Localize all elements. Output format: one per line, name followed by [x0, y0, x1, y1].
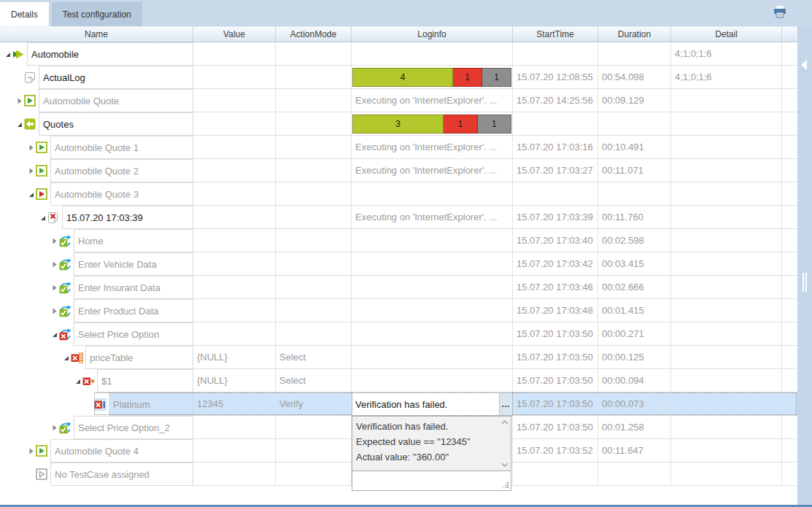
detail-cell	[671, 229, 782, 252]
resize-grip-icon[interactable]	[503, 482, 509, 489]
value-cell	[193, 206, 276, 229]
filler-cell	[782, 463, 797, 486]
name-box: Automobile Quote 2	[50, 159, 193, 182]
duration-cell: 00:54.098	[598, 66, 671, 89]
expander-collapsed-icon[interactable]	[27, 167, 35, 175]
table-row[interactable]: Automobile Quote 2Executing on 'Internet…	[0, 159, 797, 182]
expander-collapsed-icon[interactable]	[27, 144, 35, 152]
column-header-value[interactable]: Value	[193, 26, 276, 42]
tree-name-cell: Automobile Quote 2	[0, 159, 193, 182]
table-row[interactable]: Enter Insurant Data15.07.20 17:03:4600:0…	[0, 276, 797, 299]
loginfo-editor-text[interactable]: Verification has failed.	[352, 393, 499, 415]
print-button[interactable]	[771, 4, 789, 22]
row-name-label: No TestCase assigned	[55, 469, 150, 480]
scroll-down-icon[interactable]	[501, 462, 509, 468]
table-row[interactable]: Quotes311	[0, 112, 797, 136]
expander-expanded-icon[interactable]	[27, 190, 35, 198]
scroll-up-icon[interactable]	[501, 419, 509, 425]
duration-cell: 00:11.647	[598, 439, 671, 463]
starttime-cell: 15.07.20 17:03:50	[513, 322, 598, 346]
loginfo-cell: Executing on 'InternetExplorer'. ...	[352, 89, 513, 112]
expander-expanded-icon[interactable]	[62, 354, 70, 362]
actionmode-cell	[276, 299, 352, 322]
tab-details[interactable]: Details	[0, 2, 49, 26]
table-row[interactable]: Automobile Quote 1Executing on 'Internet…	[0, 136, 797, 159]
duration-cell: 00:03.415	[598, 252, 671, 276]
loginfo-popup-textarea[interactable]: Verification has failed. Expected value …	[352, 416, 511, 471]
expander-expanded-icon[interactable]	[74, 377, 82, 385]
filler-cell	[782, 42, 797, 66]
collapse-left-icon[interactable]	[801, 60, 807, 70]
expander-collapsed-icon[interactable]	[50, 424, 58, 432]
expander-collapsed-icon[interactable]	[15, 97, 23, 105]
value-cell: {NULL}	[193, 346, 276, 369]
loginfo-editor-cell[interactable]: Verification has failed. …	[352, 392, 513, 416]
column-header-loginfo[interactable]: Loginfo	[352, 26, 513, 42]
loginfo-ellipsis-button[interactable]: …	[499, 393, 512, 415]
tree-name-cell: Quotes	[0, 112, 193, 136]
expander-collapsed-icon[interactable]	[50, 237, 58, 245]
splitter-grip-icon[interactable]	[803, 273, 808, 295]
actionmode-cell	[276, 463, 352, 486]
row-name-label: $1	[101, 376, 112, 387]
value-cell	[193, 322, 276, 346]
table-row[interactable]: ActualLog41115.07.20 12:08:5500:54.0984;…	[0, 66, 797, 89]
column-header-duration[interactable]: Duration	[598, 26, 671, 42]
column-header-actionmode[interactable]: ActionMode	[276, 26, 352, 42]
tree-name-cell: Enter Product Data	[0, 299, 193, 322]
filler-cell	[782, 229, 797, 252]
value-cell	[193, 463, 276, 486]
filler-cell	[782, 252, 797, 276]
filler-cell	[782, 322, 797, 346]
table-row[interactable]: Automobile QuoteExecuting on 'InternetEx…	[0, 89, 797, 112]
expander-expanded-icon[interactable]	[50, 330, 58, 338]
tree-name-cell: Select Price Option	[0, 322, 193, 346]
actionmode-cell	[276, 206, 352, 229]
loginfo-cell	[352, 182, 513, 206]
table-row[interactable]: Enter Product Data15.07.20 17:03:4800:01…	[0, 299, 797, 322]
table-row[interactable]: $1{NULL}Select15.07.20 17:03:5000:00.094	[0, 369, 797, 392]
table-row[interactable]: Enter Vehicle Data15.07.20 17:03:4200:03…	[0, 252, 797, 276]
column-header-filler	[782, 26, 797, 42]
table-row[interactable]: Home15.07.20 17:03:4000:02.598	[0, 229, 797, 252]
table-row[interactable]: Automobile4;1;0;1;6	[0, 42, 797, 66]
column-header-name[interactable]: Name	[0, 26, 193, 42]
folder-return-icon	[24, 118, 36, 131]
expander-collapsed-icon[interactable]	[50, 307, 58, 315]
starttime-cell: 15.07.20 17:03:50	[513, 369, 598, 392]
filler-cell	[782, 392, 797, 416]
table-row[interactable]: 15.07.20 17:03:39Executing on 'InternetE…	[0, 206, 797, 229]
column-header-detail[interactable]: Detail	[671, 26, 782, 42]
row-name-label: Automobile Quote 1	[55, 142, 139, 153]
filler-cell	[782, 89, 797, 112]
side-panel-splitter[interactable]	[797, 26, 812, 505]
expander-expanded-icon[interactable]	[15, 120, 23, 128]
expander-expanded-icon[interactable]	[4, 50, 12, 58]
starttime-cell: 15.07.20 17:03:50	[513, 416, 598, 439]
name-box: Select Price Option	[74, 322, 193, 346]
loginfo-text: Executing on 'InternetExplorer'. ...	[355, 142, 497, 152]
expander-collapsed-icon[interactable]	[50, 260, 58, 268]
tab-test-configuration[interactable]: Test configuration	[52, 2, 142, 26]
row-name-label: Automobile Quote	[43, 96, 119, 107]
duration-cell	[598, 42, 671, 66]
expander-expanded-icon[interactable]	[39, 214, 47, 222]
table-row[interactable]: priceTable{NULL}Select15.07.20 17:03:500…	[0, 346, 797, 369]
actionmode-cell	[276, 42, 352, 66]
expander-collapsed-icon[interactable]	[27, 447, 35, 455]
row-name-label: Select Price Option	[78, 329, 159, 340]
detail-cell	[671, 252, 782, 276]
duration-cell: 00:10.491	[598, 136, 671, 159]
detail-cell	[671, 392, 782, 416]
value-cell: {NULL}	[193, 369, 276, 392]
table-row[interactable]: Select Price Option15.07.20 17:03:5000:0…	[0, 322, 797, 346]
actionmode-cell: Select	[276, 369, 352, 392]
expander-collapsed-icon[interactable]	[50, 284, 58, 292]
filler-cell	[782, 136, 797, 159]
column-header-starttime[interactable]: StartTime	[513, 26, 598, 42]
table-row[interactable]: Automobile Quote 3	[0, 182, 797, 206]
detail-cell	[671, 322, 782, 346]
tree-name-cell: Home	[0, 229, 193, 252]
popup-line: Expected value == "12345"	[356, 434, 499, 449]
actionmode-cell	[276, 439, 352, 463]
